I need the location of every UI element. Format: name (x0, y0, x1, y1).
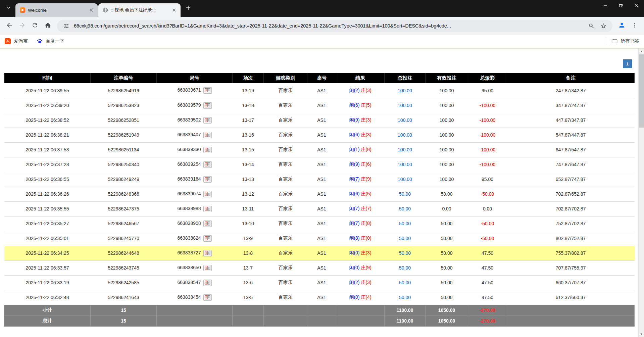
subtotal-row-cell (307, 305, 336, 316)
total-bet[interactable]: 50.00 (385, 246, 426, 260)
browser-toolbar: 66cxkj98.com/game/betrecord_search/kind3… (0, 17, 644, 35)
minimize-button[interactable] (598, 0, 613, 11)
bet-time: 2025-11-22 06:32:48 (4, 290, 91, 305)
total-bet[interactable]: 50.00 (385, 275, 426, 290)
result-cards-icon[interactable] (203, 250, 212, 256)
scroll-down-icon[interactable]: ▼ (639, 331, 644, 337)
table-number: AS1 (307, 128, 336, 142)
total-bet[interactable]: 100.00 (385, 83, 426, 98)
table-row: 2025-11-22 06:35:01522986245770663838824… (4, 231, 635, 246)
scroll-up-icon[interactable]: ▲ (639, 49, 644, 54)
subtotal-row-cell (157, 305, 233, 316)
round-number: 663838824 (157, 231, 233, 246)
payout: 47.50 (468, 246, 507, 260)
total-bet[interactable]: 100.00 (385, 98, 426, 113)
bookmark-star-icon[interactable] (599, 21, 608, 30)
valid-bet: 100.00 (426, 128, 468, 142)
column-header: 时间 (4, 73, 91, 83)
table-row: 2025-11-22 06:38:52522986252851663839502… (4, 113, 635, 128)
session: 13-7 (233, 260, 264, 275)
back-button[interactable] (3, 20, 15, 32)
bet-records-table: 时间注单编号局号场次游戏类别桌号结果总投注有效投注总派彩备注 2025-11-2… (4, 73, 635, 327)
bet-time: 2025-11-22 06:37:28 (4, 157, 91, 172)
round-number: 663839330 (157, 142, 233, 157)
tab-close-icon[interactable] (88, 7, 94, 13)
scrollbar-thumb[interactable] (639, 54, 644, 128)
valid-bet: 100.00 (426, 113, 468, 128)
game-type: 百家乐 (264, 216, 307, 231)
bet-id: 522986251134 (91, 142, 157, 157)
forward-icon (18, 21, 26, 30)
result-cards-icon[interactable] (203, 132, 212, 138)
reload-button[interactable] (29, 20, 41, 32)
bet-id: 522986253823 (91, 98, 157, 113)
table-number: AS1 (307, 157, 336, 172)
result-cards-icon[interactable] (203, 161, 212, 168)
bet-time: 2025-11-22 06:36:55 (4, 172, 91, 187)
round-number: 663838988 (157, 201, 233, 216)
result-cards-icon[interactable] (203, 280, 212, 286)
bet-id: 522986247375 (91, 201, 157, 216)
site-info-icon[interactable] (62, 21, 70, 30)
result-cards-icon[interactable] (203, 294, 212, 301)
close-button[interactable] (629, 0, 644, 11)
home-button[interactable] (42, 20, 54, 32)
grand-total-row-cell (157, 316, 233, 326)
pagination: 1 (4, 49, 640, 73)
bet-time: 2025-11-22 06:38:21 (4, 128, 91, 142)
grand-total-row-cell: 1100.00 (385, 316, 426, 326)
subtotal-row-cell: 小计 (4, 305, 91, 316)
total-bet[interactable]: 50.00 (385, 201, 426, 216)
address-bar[interactable]: 66cxkj98.com/game/betrecord_search/kind3… (57, 20, 612, 32)
total-bet[interactable]: 100.00 (385, 172, 426, 187)
tab-search-button[interactable] (3, 3, 14, 14)
column-header: 总派彩 (468, 73, 507, 83)
table-number: AS1 (307, 172, 336, 187)
tab-close-icon[interactable] (171, 7, 177, 13)
result-cards-icon[interactable] (203, 176, 212, 183)
note: 612.37/660.37 (507, 290, 635, 305)
new-tab-button[interactable] (183, 3, 193, 13)
result-cards-icon[interactable] (203, 147, 212, 153)
bookmark-baidu[interactable]: 百度一下 (37, 38, 64, 45)
result-cards-icon[interactable] (203, 221, 212, 227)
total-bet[interactable]: 100.00 (385, 113, 426, 128)
result-cards-icon[interactable] (203, 265, 212, 271)
grand-total-row-cell (264, 316, 307, 326)
result-cards-icon[interactable] (203, 235, 212, 242)
payout: 95.00 (468, 172, 507, 187)
total-bet[interactable]: 50.00 (385, 290, 426, 305)
total-bet[interactable]: 50.00 (385, 216, 426, 231)
grand-total-row-cell: -270.00 (468, 316, 507, 326)
game-type: 百家乐 (264, 83, 307, 98)
result-cards-icon[interactable] (203, 191, 212, 197)
total-bet[interactable]: 100.00 (385, 157, 426, 172)
bet-id: 522986246567 (91, 216, 157, 231)
total-bet[interactable]: 100.00 (385, 128, 426, 142)
result-cards-icon[interactable] (203, 117, 212, 124)
tab-bet-record[interactable]: :::视讯 会员下注纪录::: (98, 3, 181, 17)
bet-id: 522986251949 (91, 128, 157, 142)
total-bet[interactable]: 50.00 (385, 187, 426, 201)
page-number-button[interactable]: 1 (623, 59, 632, 68)
total-bet[interactable]: 100.00 (385, 142, 426, 157)
total-bet[interactable]: 50.00 (385, 260, 426, 275)
note: 802.87/752.87 (507, 231, 635, 246)
vertical-scrollbar[interactable]: ▲ ▼ (638, 49, 644, 337)
three-dot-icon (632, 22, 638, 30)
result-cards-icon[interactable] (203, 87, 212, 94)
bookmark-taobao[interactable]: 淘 爱淘宝 (5, 38, 28, 44)
tab-welcome[interactable]: Welcome (15, 3, 98, 17)
result-cards-icon[interactable] (203, 102, 212, 109)
bet-id: 522986250340 (91, 157, 157, 172)
browser-menu-button[interactable] (629, 20, 641, 32)
restore-button[interactable] (613, 0, 629, 11)
result-cards-icon[interactable] (203, 206, 212, 212)
table-number: AS1 (307, 260, 336, 275)
zoom-icon[interactable] (587, 21, 596, 30)
total-bet[interactable]: 50.00 (385, 231, 426, 246)
payout: 47.50 (468, 260, 507, 275)
profile-avatar-button[interactable] (616, 20, 628, 32)
forward-button[interactable] (16, 20, 28, 32)
all-bookmarks-button[interactable]: 所有书签 (606, 37, 639, 45)
